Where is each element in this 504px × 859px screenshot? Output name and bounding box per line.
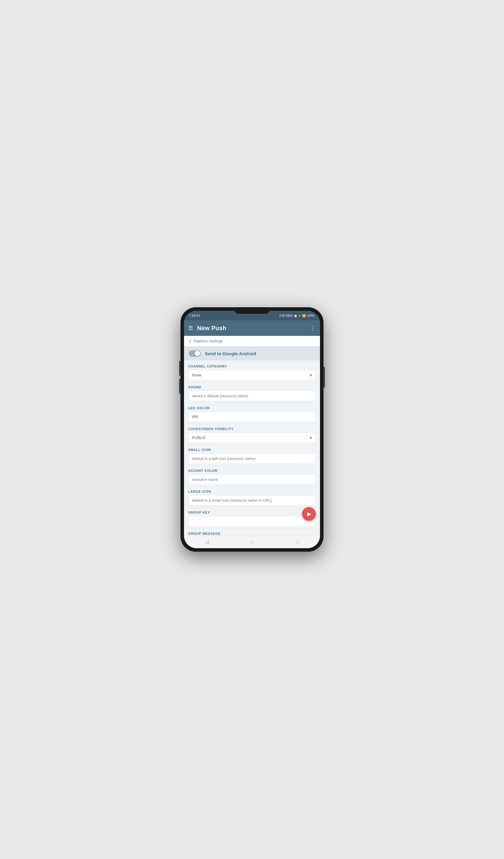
chevron-icon: ∨ [189, 339, 192, 343]
home-button[interactable]: ○ [245, 538, 260, 547]
lockscreen-visibility-wrapper: PUBLIC PRIVATE SECRET ▼ [188, 433, 316, 443]
channel-category-wrapper: None Default High Priority ▼ [188, 370, 316, 380]
small-icon-input[interactable] [188, 453, 316, 464]
form-section: CHANNEL CATEGORY None Default High Prior… [184, 361, 320, 536]
signal-icon: 📶 [302, 314, 306, 317]
phone-screen: 7:58:01 0.00 KB/S ⏰ ✦ 📶 100% ☰ New Push … [184, 311, 320, 548]
status-time: 7:58:01 [189, 314, 200, 317]
sound-label: SOUND [188, 385, 316, 389]
alarm-icon: ⏰ [294, 314, 297, 317]
hamburger-button[interactable]: ☰ [188, 325, 193, 331]
lockscreen-visibility-field: LOCKSCREEN VISIBILITY PUBLIC PRIVATE SEC… [188, 424, 316, 445]
group-key-label: GROUP KEY [188, 511, 316, 514]
volume-down-button[interactable] [179, 379, 180, 394]
power-button[interactable] [324, 367, 325, 388]
channel-category-label: CHANNEL CATEGORY [188, 364, 316, 368]
status-right: 0.00 KB/S ⏰ ✦ 📶 100% [279, 314, 315, 317]
large-icon-input[interactable] [188, 495, 316, 506]
large-icon-label: LARGE ICON [188, 490, 316, 493]
group-message-label: GROUP MESSAGE [188, 532, 316, 536]
sound-field: SOUND [188, 382, 316, 403]
channel-category-select[interactable]: None Default High Priority [188, 370, 316, 380]
led-color-input[interactable] [188, 412, 316, 422]
send-to-android-row: Send to Google Android [184, 347, 320, 360]
large-icon-field: LARGE ICON [188, 487, 316, 508]
battery-text: 100% [307, 314, 315, 317]
send-icon: ▶ [307, 511, 311, 517]
small-icon-label: SMALL ICON [188, 448, 316, 452]
channel-category-field: CHANNEL CATEGORY None Default High Prior… [188, 361, 316, 382]
data-speed: 0.00 KB/S [279, 314, 293, 317]
toggle-thumb [195, 351, 200, 356]
group-message-field: GROUP MESSAGE [188, 529, 316, 536]
app-bar: ☰ New Push ⋮ [184, 320, 320, 336]
phone-frame: 7:58:01 0.00 KB/S ⏰ ✦ 📶 100% ☰ New Push … [180, 307, 324, 552]
accent-color-field: ACCENT COLOR [188, 466, 316, 487]
small-icon-field: SMALL ICON [188, 445, 316, 466]
back-button[interactable]: ◁ [199, 538, 215, 547]
more-options-button[interactable]: ⋮ [310, 325, 316, 332]
led-color-field: LED COLOR [188, 403, 316, 424]
platform-settings-header[interactable]: ∨ Platform Settings [184, 336, 320, 347]
sound-input[interactable] [188, 391, 316, 401]
led-color-label: LED COLOR [188, 406, 316, 410]
volume-up-button[interactable] [179, 361, 180, 376]
notch [234, 307, 270, 314]
page-title: New Push [197, 325, 306, 332]
send-to-android-toggle[interactable] [189, 350, 201, 357]
send-fab-button[interactable]: ▶ [302, 507, 316, 521]
group-key-field: GROUP KEY [188, 508, 316, 529]
lockscreen-visibility-select[interactable]: PUBLIC PRIVATE SECRET [188, 433, 316, 443]
lockscreen-visibility-label: LOCKSCREEN VISIBILITY [188, 427, 316, 431]
bottom-navigation: ◁ ○ □ [184, 536, 320, 548]
accent-color-label: ACCENT COLOR [188, 469, 316, 472]
send-to-android-label: Send to Google Android [205, 351, 256, 356]
accent-color-input[interactable] [188, 474, 316, 485]
platform-settings-label: Platform Settings [194, 339, 223, 343]
bluetooth-icon: ✦ [299, 314, 301, 317]
recents-button[interactable]: □ [290, 538, 305, 547]
group-key-input[interactable] [188, 516, 316, 527]
content-area: ∨ Platform Settings Send to Google Andro… [184, 336, 320, 536]
